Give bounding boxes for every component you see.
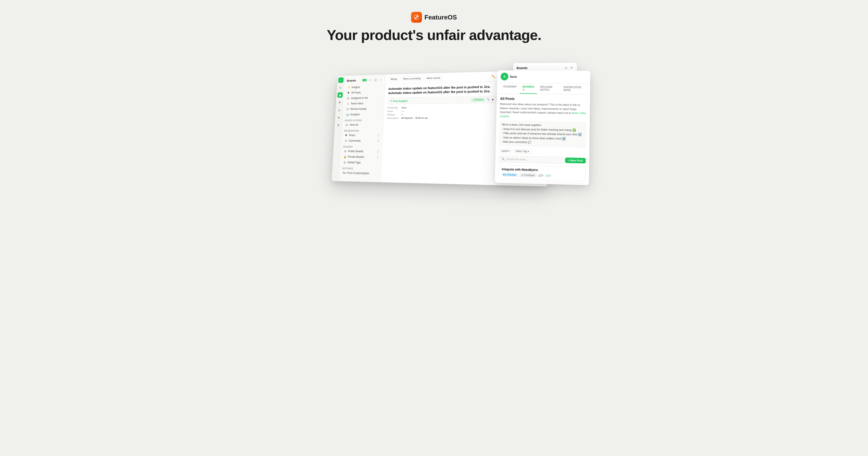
ratings-value: —	[401, 113, 496, 116]
post-insights-label: ✦ Post Insights	[390, 99, 408, 103]
comments-count: 8	[378, 140, 379, 142]
post-card-1[interactable]: Integrate with MakeMytriп In Review ◎ Fe…	[498, 165, 586, 181]
votes-value: —	[401, 109, 496, 112]
review-dot	[503, 174, 504, 175]
merge-button[interactable]: Merge	[388, 77, 400, 81]
chat-icon[interactable]: ◷	[336, 107, 342, 113]
add-icon[interactable]: ＋	[338, 77, 343, 83]
posts-count: 1	[378, 134, 379, 137]
comment-count: 💬 0	[538, 174, 543, 177]
flag-icon[interactable]: ⚑	[337, 100, 342, 105]
public-board-window: A Avro ROADMAP BOARDS ▾ RELEASE NOTES KN…	[495, 70, 590, 185]
avro-avatar: A	[501, 73, 508, 81]
vote-count-1: ▲ 5	[545, 174, 552, 177]
new-post-button[interactable]: + New Post	[565, 158, 586, 164]
sidebar-badge: A1	[362, 79, 367, 81]
chevron-down-icon2: ▾	[528, 150, 529, 153]
add-board-icon[interactable]: ＋	[569, 65, 574, 70]
sidebar-header: Boards A1 ＋ ⬜ ←	[344, 76, 385, 84]
header: FeatureOS Your product's unfair advantag…	[0, 0, 868, 48]
brand-name: FeatureOS	[424, 13, 457, 21]
sidebar-item-analytics[interactable]: 📊 Analytics	[343, 112, 383, 117]
sentiment-tag: ☺ Positive	[470, 98, 486, 102]
expand-icon[interactable]: ▼	[492, 98, 494, 101]
board-content: All Posts Welcome! Any ideas about our p…	[495, 94, 590, 185]
edit-icon[interactable]: ✏️	[491, 73, 497, 80]
board-intro: Welcome! Any ideas about our products? T…	[500, 102, 586, 119]
rpw-count1: 41	[565, 66, 568, 69]
posted-by-label: Posted By	[388, 106, 399, 109]
sidebar-item-form-customization[interactable]: Aa Form Customization	[340, 170, 380, 176]
tab-boards[interactable]: BOARDS ▾	[520, 83, 537, 94]
post-title: Automate status update on featureOS afte…	[388, 85, 497, 95]
saved-filters-header: Saved Filters	[342, 118, 383, 122]
search-icon: 🔍	[501, 158, 505, 161]
ratings-label: Ratings	[387, 113, 399, 116]
board-filters: Latest ▾ Select Tag ▾	[499, 148, 586, 155]
tab-knowledge-base[interactable]: KNOWLEDGE BASE	[560, 83, 587, 94]
plus-icon: ✦	[390, 100, 392, 103]
in-review-tag-1: In Review	[502, 173, 518, 177]
pending-button[interactable]: Move to pending	[401, 76, 423, 81]
rpw-title: Boards	[517, 66, 527, 70]
form-customization-label: Form Customization	[347, 171, 369, 175]
post-main: Automate status update on featureOS afte…	[381, 81, 501, 185]
board-header: A Avro	[497, 70, 590, 84]
votes-label: Votes	[387, 110, 399, 113]
latest-filter[interactable]: Latest ▾	[499, 148, 512, 153]
board-title: Avro	[510, 75, 517, 79]
board-info-box: We're a team, let's work together: - Kee…	[499, 120, 586, 147]
wrench-icon[interactable]: 🔧	[487, 98, 490, 101]
hero-title: Your product's unfair advantage.	[327, 27, 541, 43]
public-boards-count: 2	[377, 150, 378, 153]
logo-row: FeatureOS	[411, 12, 457, 23]
board-section-title: All Posts	[500, 97, 587, 102]
tab-roadmap[interactable]: ROADMAP	[500, 83, 520, 93]
description-value: All deploye... Build an ap...	[401, 116, 496, 119]
settings-icon[interactable]: ⚙	[336, 122, 341, 128]
post-meta: Posted By Avro Votes — Ratings — Descrip…	[387, 105, 496, 119]
posted-by-value: Avro	[402, 105, 497, 109]
screenshot-scene: ＋ ⊙ ▣ ⚑ ◷ ⊕ ⚙ Boards A1 ＋ ⬜ ←	[286, 55, 582, 183]
unread-button[interactable]: Mark unread	[424, 75, 443, 81]
nav-left: ＋ ⊙ ▣ ⚑ ◷ ⊕ ⚙	[332, 76, 345, 181]
chevron-down-icon: ▾	[508, 149, 510, 152]
post-insights-bar: ✦ Post Insights ☺ Positive 🔧 ▼	[388, 96, 497, 104]
description-label: Description	[387, 117, 399, 119]
toolbar-left: Merge Move to pending Mark unread	[388, 75, 443, 81]
feedback-icon: ◎	[521, 174, 523, 176]
post-card-1-meta: In Review ◎ Feedback 💬 0 ▲ 5	[502, 172, 583, 179]
tab-release-notes[interactable]: RELEASE NOTES	[537, 83, 561, 94]
search-input[interactable]: 🔍 Search for posts...	[499, 155, 563, 164]
boards-icon[interactable]: ▣	[337, 92, 342, 98]
board-tabs: ROADMAP BOARDS ▾ RELEASE NOTES KNOWLEDGE…	[497, 83, 590, 94]
tag-filter[interactable]: Select Tag ▾	[514, 149, 531, 154]
home-icon[interactable]: ⊙	[338, 85, 343, 90]
layers-icon[interactable]: ⊕	[336, 115, 341, 120]
feedback-tag-1: ◎ Feedback	[519, 173, 537, 177]
private-boards-count: 2	[377, 156, 378, 159]
smile-icon: ☺	[472, 98, 475, 101]
sidebar-item-view-all[interactable]: ◎ View All	[343, 122, 382, 127]
logo-icon	[411, 12, 422, 23]
screenshot-wrapper: ＋ ⊙ ▣ ⚑ ◷ ⊕ ⚙ Boards A1 ＋ ⬜ ←	[286, 55, 582, 183]
board-user: A Avro	[501, 73, 517, 81]
support-link[interactable]: Music Tribe Support.	[500, 111, 586, 117]
comment-icon: 💬	[538, 174, 541, 177]
post-card-1-title: Integrate with MakeMytriп	[502, 168, 582, 173]
sidebar-item-comments[interactable]: ◷ Comments 8	[342, 138, 381, 144]
